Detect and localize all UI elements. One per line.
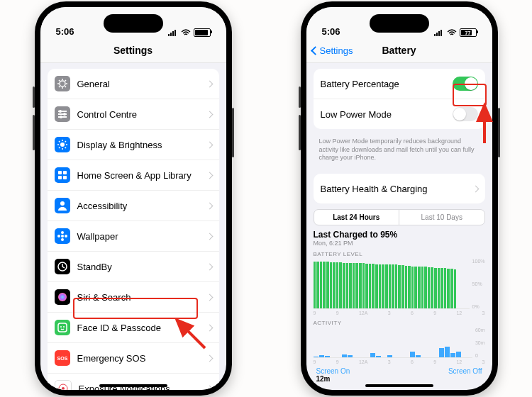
svg-rect-16 (58, 171, 62, 174)
phone-battery: 5:06 77 Settings Battery Battery Percent… (301, 1, 498, 396)
home-indicator[interactable] (99, 384, 167, 387)
svg-rect-19 (63, 176, 67, 179)
svg-line-15 (65, 141, 66, 142)
svg-point-29 (60, 326, 62, 328)
wifi-icon (181, 29, 191, 36)
dynamic-island (104, 14, 163, 33)
row-label: Accessibility (77, 201, 207, 211)
svg-point-6 (60, 116, 62, 118)
settings-list[interactable]: General Control Centre Display & Brightn… (40, 63, 226, 390)
row-label: Wallpaper (77, 231, 207, 242)
chevron-right-icon (206, 202, 213, 209)
settings-row-standby[interactable]: StandBy (48, 251, 219, 281)
faceid-icon (55, 320, 70, 335)
settings-row-display-brightness[interactable]: Display & Brightness (48, 129, 219, 160)
chevron-right-icon (206, 141, 213, 148)
seg-last-24h[interactable]: Last 24 Hours (314, 210, 399, 225)
svg-point-23 (61, 238, 64, 241)
battery-content[interactable]: Battery Percentage Low Power Mode Low Po… (306, 63, 492, 390)
low-power-footnote: Low Power Mode temporarily reduces backg… (306, 135, 492, 168)
screen-on-value: 12m (316, 375, 350, 383)
svg-line-14 (59, 147, 60, 149)
battery-level-chart: 100%50%0% (314, 259, 485, 309)
svg-point-7 (60, 142, 65, 147)
row-battery-health[interactable]: Battery Health & Charging (314, 174, 485, 203)
status-time: 5:06 (322, 26, 340, 37)
chevron-right-icon (206, 233, 213, 240)
seg-last-10d[interactable]: Last 10 Days (399, 210, 484, 225)
svg-point-21 (61, 235, 64, 237)
chevron-right-icon (206, 293, 213, 301)
svg-point-5 (63, 113, 66, 116)
svg-line-12 (59, 141, 60, 142)
chevron-right-icon (206, 324, 213, 331)
gear-icon (55, 76, 70, 91)
page-title: Settings (113, 45, 153, 56)
settings-row-face-id-passcode[interactable]: Face ID & Passcode (48, 312, 219, 342)
settings-row-home-screen-app-library[interactable]: Home Screen & App Library (48, 160, 219, 190)
row-battery-percentage[interactable]: Battery Percentage (314, 69, 485, 99)
cellular-icon (168, 29, 178, 36)
toggle-low-power-mode[interactable] (453, 107, 478, 121)
screen-off-label: Screen Off (448, 367, 482, 383)
sos-icon: SOS (55, 350, 70, 366)
battery-icon (194, 28, 211, 37)
chevron-right-icon (206, 80, 213, 87)
svg-point-20 (60, 201, 65, 206)
row-label: General (77, 79, 207, 89)
svg-text:SOS: SOS (57, 356, 67, 361)
row-low-power-mode[interactable]: Low Power Mode (314, 99, 485, 129)
settings-row-exposure-notifications[interactable]: Exposure Notifications (48, 373, 219, 390)
row-label: StandBy (77, 262, 207, 272)
settings-row-wallpaper[interactable]: Wallpaper (48, 220, 219, 251)
settings-row-accessibility[interactable]: Accessibility (48, 190, 219, 220)
svg-point-27 (58, 293, 67, 301)
chevron-right-icon (206, 385, 213, 390)
row-label: Home Screen & App Library (77, 170, 207, 181)
last-charged-title: Last Charged to 95% (314, 230, 485, 240)
wifi-icon (447, 29, 457, 36)
chevron-right-icon (206, 354, 213, 362)
chevron-left-icon (311, 46, 320, 55)
page-title: Battery (382, 45, 416, 56)
chevron-right-icon (206, 111, 213, 118)
screen-on-label: Screen On (316, 367, 350, 375)
settings-row-emergency-sos[interactable]: SOS Emergency SOS (48, 342, 219, 373)
section-activity: ACTIVITY (314, 320, 485, 326)
navbar: Settings (40, 38, 226, 63)
dynamic-island (370, 14, 429, 33)
row-label: Emergency SOS (77, 353, 207, 364)
phone-settings: 5:06 Settings General Control Centre Dis… (35, 1, 232, 396)
chevron-right-icon (206, 263, 213, 270)
svg-point-24 (57, 235, 60, 237)
clock-icon (55, 259, 70, 274)
row-label: Display & Brightness (77, 140, 207, 150)
segmented-control[interactable]: Last 24 Hours Last 10 Days (314, 209, 485, 225)
battery-icon: 77 (460, 28, 477, 37)
flower-icon (55, 228, 70, 244)
settings-row-control-centre[interactable]: Control Centre (48, 99, 219, 129)
back-button[interactable]: Settings (312, 45, 353, 56)
cellular-icon (434, 29, 444, 36)
row-label: Control Centre (77, 109, 207, 120)
chevron-right-icon (472, 185, 479, 192)
status-time: 5:06 (56, 26, 74, 37)
svg-point-0 (60, 81, 65, 86)
svg-point-4 (59, 110, 62, 113)
exposure-icon (55, 380, 72, 390)
sun-icon (55, 137, 70, 152)
settings-row-general[interactable]: General (48, 69, 219, 99)
chevron-right-icon (206, 172, 213, 179)
sliders-icon (55, 106, 70, 122)
settings-row-siri-search[interactable]: Siri & Search (48, 281, 219, 312)
activity-chart: 60m30m0 (314, 328, 485, 358)
back-label: Settings (320, 45, 353, 56)
svg-rect-18 (58, 176, 62, 179)
toggle-battery-percentage[interactable] (453, 77, 478, 91)
navbar: Settings Battery (306, 38, 492, 63)
svg-point-22 (61, 231, 64, 234)
svg-rect-17 (63, 171, 67, 174)
svg-line-13 (65, 147, 66, 149)
home-indicator[interactable] (365, 384, 433, 387)
svg-point-33 (62, 387, 65, 390)
